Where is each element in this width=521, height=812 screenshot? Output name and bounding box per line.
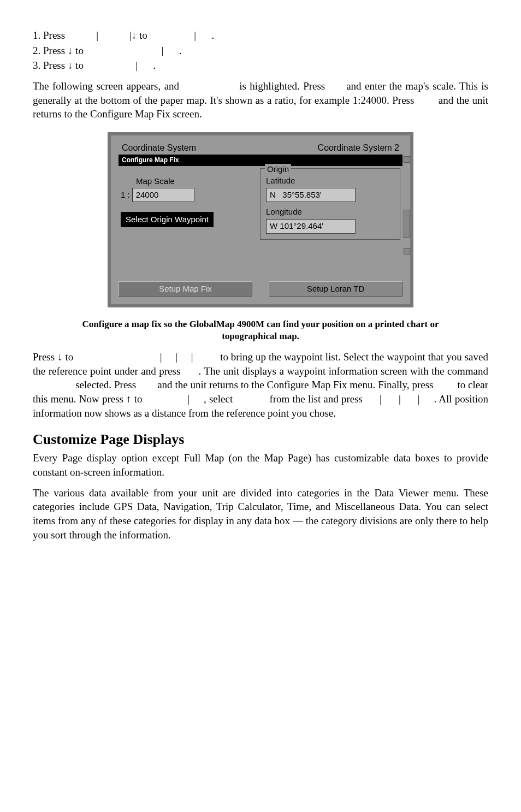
step1-c: |↓ to [129,29,150,41]
coord-system-label-2: Coordinate System 2 [318,142,399,154]
scroll-down-icon[interactable] [404,248,410,254]
paragraph-intro: The following screen appears, and is hig… [33,79,488,121]
paragraph-customize-2: The various data available from your uni… [33,486,488,542]
step-3: 3. Press ↓ to | . [33,58,488,73]
step-1: 1. Press | |↓ to | . [33,28,488,43]
coord-system-label-1: Coordinate System [122,142,196,154]
origin-panel: Origin Latitude N 35°55.853' Longitude W… [260,168,400,240]
step3-b: | [135,60,138,71]
step2-c: . [179,45,182,56]
scroll-up-icon[interactable] [404,156,410,163]
figure-caption: Configure a map fix so the GlobalMap 490… [55,318,466,342]
step1-e: . [212,29,215,41]
configure-map-fix-dialog: Coordinate System Coordinate System 2 Co… [108,132,413,307]
setup-map-fix-button[interactable]: Setup Map Fix [119,281,252,297]
paragraph-instructions: Press ↓ to | | | to bring up the waypoin… [33,350,488,420]
map-scale-label: Map Scale [136,176,249,187]
left-panel: Map Scale 1 : 24000 Select Origin Waypoi… [121,169,249,240]
setup-loran-td-button[interactable]: Setup Loran TD [269,281,402,297]
step2-b: | [161,45,163,56]
section-heading-customize: Customize Page Displays [33,430,488,449]
paragraph-customize-1: Every Page display option except Full Ma… [33,451,488,479]
dialog-titlebar: Configure Map Fix [119,155,402,165]
step-2: 2. Press ↓ to | . [33,44,488,58]
step1-d: | [194,29,196,41]
step2-a: 2. Press ↓ to [33,45,86,56]
step3-a: 3. Press ↓ to [33,60,86,71]
step1-a: 1. Press [33,29,68,41]
latitude-input[interactable]: N 35°55.853' [266,188,356,202]
scrollbar-thumb[interactable] [404,210,410,238]
step3-c: . [153,60,156,71]
longitude-input[interactable]: W 101°29.464' [266,219,356,233]
step1-b: | [96,29,98,41]
origin-legend: Origin [265,164,291,175]
latitude-label: Latitude [266,175,394,186]
longitude-label: Longitude [266,206,394,217]
map-scale-input[interactable]: 24000 [132,188,194,202]
select-origin-waypoint-button[interactable]: Select Origin Waypoint [121,212,214,227]
map-scale-prefix: 1 : [121,189,130,200]
